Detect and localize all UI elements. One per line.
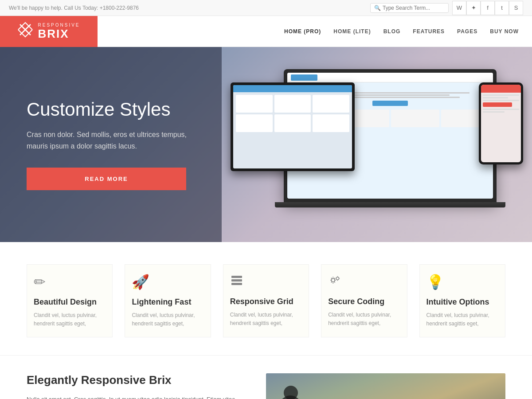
feature-desc-2: Clandit vel, luctus pulvinar, hendrerit … — [132, 311, 203, 328]
bottom-section: Elegantly Responsive Brix Nulla sit amet… — [0, 356, 532, 399]
yelp-icon[interactable]: ✦ — [466, 1, 481, 15]
hero-overlay: Customize Styles Cras non dolor. Sed mol… — [0, 47, 222, 242]
feature-desc-5: Clandit vel, luctus pulvinar, hendrerit … — [426, 311, 498, 328]
logo-area[interactable]: RESPONSIVE BRIX — [0, 16, 98, 47]
feature-desc-4: Clandit vel, luctus pulvinar, hendrerit … — [328, 311, 400, 328]
tablet-device — [231, 82, 355, 171]
grid-icon — [230, 274, 302, 290]
twitter-icon[interactable]: t — [495, 1, 509, 15]
nav-blog[interactable]: BLOG — [383, 28, 401, 35]
header: RESPONSIVE BRIX HOME (PRO) HOME (LITE) B… — [0, 16, 532, 47]
bottom-content-left: Elegantly Responsive Brix Nulla sit amet… — [27, 373, 266, 399]
svg-point-6 — [336, 277, 339, 280]
features-section: ✏ Beautiful Design Clandit vel, luctus p… — [0, 242, 532, 356]
gear-icon — [328, 274, 400, 290]
top-bar-message: We'll be happy to help. Call Us Today: +… — [9, 5, 139, 11]
hero-description: Cras non dolor. Sed mollis, eros et ultr… — [27, 129, 195, 152]
bottom-image — [266, 373, 505, 399]
feature-title-4: Secure Coding — [328, 297, 400, 306]
hero-title: Customize Styles — [27, 99, 195, 120]
feature-title-2: Lightening Fast — [132, 297, 203, 307]
feature-secure-coding: Secure Coding Clandit vel, luctus pulvin… — [321, 264, 407, 337]
feature-responsive-grid: Responsive Grid Clandit vel, luctus pulv… — [223, 264, 309, 337]
top-bar: We'll be happy to help. Call Us Today: +… — [0, 0, 532, 16]
logo-brix-text: BRIX — [38, 27, 80, 40]
wordpress-icon[interactable]: W — [452, 1, 466, 15]
svg-rect-2 — [231, 276, 242, 278]
rocket-icon: 🚀 — [132, 274, 203, 290]
logo-text-wrap: RESPONSIVE BRIX — [38, 23, 80, 40]
bottom-content-right — [266, 373, 505, 399]
feature-desc-3: Clandit vel, luctus pulvinar, hendrerit … — [230, 311, 302, 328]
bottom-section-title: Elegantly Responsive Brix — [27, 373, 248, 387]
hero-devices: Customize Styles — [222, 56, 532, 242]
nav-features[interactable]: FEATURES — [413, 28, 445, 35]
brush-icon: ✏ — [34, 274, 106, 290]
feature-title-3: Responsive Grid — [230, 297, 302, 306]
svg-rect-3 — [231, 279, 242, 282]
nav-pages[interactable]: PAGES — [457, 28, 477, 35]
main-nav: HOME (PRO) HOME (LITE) BLOG FEATURES PAG… — [284, 28, 519, 35]
hero-section: Customize Styles Cras non dolor. Sed mol… — [0, 47, 532, 242]
facebook-icon[interactable]: f — [481, 1, 495, 15]
top-bar-right: 🔍 W ✦ f t S — [370, 1, 523, 15]
nav-home-pro[interactable]: HOME (PRO) — [284, 28, 321, 35]
search-input[interactable] — [383, 5, 445, 11]
bottom-section-text: Nulla sit amet est. Cras sagittis. In ut… — [27, 394, 248, 399]
social-icons: W ✦ f t S — [452, 1, 523, 15]
feature-desc-1: Clandit vel, luctus pulvinar, hendrerit … — [34, 311, 106, 328]
hero-cta-button[interactable]: READ MORE — [27, 168, 186, 190]
svg-rect-4 — [231, 283, 242, 285]
search-icon: 🔍 — [374, 5, 381, 11]
phone-device — [479, 82, 523, 171]
feature-intuitive-options: 💡 Intuitive Options Clandit vel, luctus … — [419, 264, 505, 337]
feature-beautiful-design: ✏ Beautiful Design Clandit vel, luctus p… — [27, 264, 113, 337]
feature-title-5: Intuitive Options — [426, 297, 498, 307]
lightbulb-icon: 💡 — [426, 274, 498, 290]
logo-icon — [17, 22, 33, 41]
feature-title-1: Beautiful Design — [34, 297, 106, 307]
svg-point-5 — [332, 278, 335, 282]
skype-icon[interactable]: S — [509, 1, 523, 15]
feature-lightening-fast: 🚀 Lightening Fast Clandit vel, luctus pu… — [125, 264, 211, 337]
nav-buy-now[interactable]: BUY NOW — [490, 28, 519, 35]
search-wrap[interactable]: 🔍 — [370, 3, 449, 13]
nav-home-lite[interactable]: HOME (LITE) — [333, 28, 371, 35]
